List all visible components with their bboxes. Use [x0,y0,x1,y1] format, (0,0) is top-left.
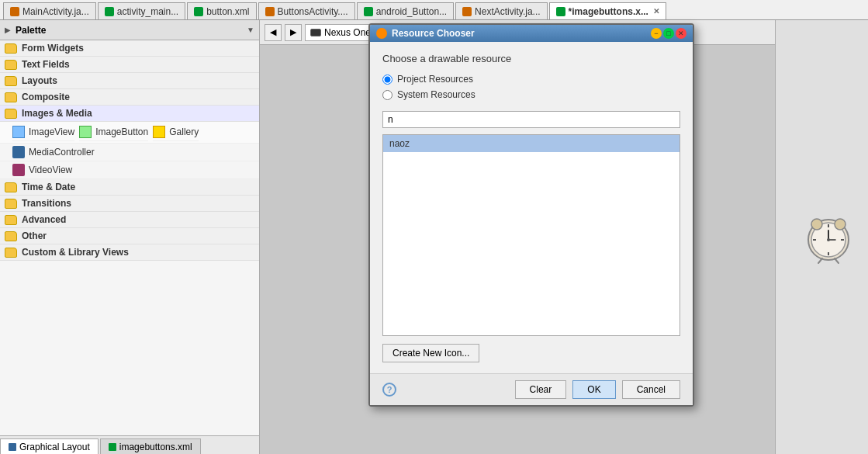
system-resources-radio[interactable] [382,90,393,100]
svg-line-12 [835,258,839,263]
dialog-body: Choose a drawable resource Project Resou… [370,42,693,373]
folder-icon-advanced [5,215,17,225]
tab-activity-main[interactable]: activity_main... [98,2,185,19]
tab-buttons-activity[interactable]: ButtonsActivity.... [258,2,355,19]
folder-icon-transitions [5,199,17,209]
bottom-tabs: Graphical Layout imagebuttons.xml [0,435,259,454]
media-items-list: MediaController VideoView [0,144,259,179]
videoview-icon [12,164,25,176]
back-button[interactable]: ◀ [265,24,282,41]
folder-icon-images-media [5,109,17,119]
svg-point-9 [811,219,822,230]
category-other[interactable]: Other [0,228,259,244]
images-media-items: ImageView ImageButton Gallery [0,122,259,144]
folder-icon-text-fields [5,60,17,70]
mediacontroller-icon [12,146,25,158]
svg-point-10 [835,219,846,230]
category-text-fields[interactable]: Text Fields [0,57,259,73]
palette-header: ▶ Palette ▼ [0,20,259,40]
side-panel [775,20,868,454]
forward-button[interactable]: ▶ [285,24,302,41]
item-videoview[interactable]: VideoView [0,161,259,179]
svg-point-8 [827,238,830,241]
category-custom-library[interactable]: Custom & Library Views [0,244,259,261]
java-file-icon3 [462,7,472,16]
category-layouts[interactable]: Layouts [0,73,259,89]
xml-file-icon [105,7,114,16]
resource-chooser-dialog[interactable]: Resource Chooser − □ ✕ Choose a drawable… [368,23,694,407]
item-gallery[interactable]: Gallery [153,123,199,141]
graphical-layout-icon [9,443,16,451]
dialog-title-text: Resource Chooser [392,28,475,39]
folder-icon-layouts [5,76,17,86]
dialog-subtitle: Choose a drawable resource [382,53,680,64]
xml-file-icon3 [364,7,373,16]
close-tab-button[interactable]: ✕ [653,7,659,16]
dialog-minimize-button[interactable]: − [651,28,662,39]
xml-file-icon2 [194,7,203,16]
project-resources-radio-row: Project Resources [382,74,680,85]
dialog-title-bar: Resource Chooser − □ ✕ [370,25,693,42]
item-imageview[interactable]: ImageView [12,123,74,141]
category-advanced[interactable]: Advanced [0,212,259,228]
help-button[interactable]: ? [382,383,396,397]
tab-imagebuttons-xml[interactable]: imagebuttons.xml [100,438,201,454]
imagebuttons-xml-icon [109,443,116,451]
folder-icon-form-widgets [5,43,17,54]
dialog-close-button[interactable]: ✕ [676,28,686,39]
dialog-icon [376,28,387,39]
item-mediacontroller[interactable]: MediaController [0,144,259,161]
java-file-icon [10,7,19,16]
cancel-button[interactable]: Cancel [622,380,680,399]
folder-icon-composite [5,92,17,102]
gallery-icon [153,126,165,138]
search-input[interactable] [382,111,680,128]
item-imagebutton[interactable]: ImageButton [79,123,148,141]
category-time-date[interactable]: Time & Date [0,179,259,196]
dialog-maximize-button[interactable]: □ [663,28,674,39]
phone-icon [310,29,321,36]
category-images-media[interactable]: Images & Media [0,106,259,122]
system-resources-label[interactable]: System Resources [397,89,475,100]
imageview-icon [12,126,25,138]
tab-main-activity[interactable]: MainActivity.ja... [3,2,96,19]
category-form-widgets[interactable]: Form Widgets [0,40,259,57]
tab-android-button[interactable]: android_Button... [357,2,454,19]
category-transitions[interactable]: Transitions [0,196,259,212]
ok-button[interactable]: OK [572,380,615,399]
tab-button-xml[interactable]: button.xml [187,2,256,19]
dialog-footer: ? Clear OK Cancel [370,373,693,405]
footer-buttons: Clear OK Cancel [515,380,680,399]
palette-menu-icon[interactable]: ▼ [247,26,254,34]
dialog-controls: − □ ✕ [651,28,686,39]
folder-icon-other [5,231,17,241]
create-new-icon-button[interactable]: Create New Icon... [382,344,479,362]
project-resources-label[interactable]: Project Resources [397,74,473,85]
palette-list: Form Widgets Text Fields Layouts Composi… [0,40,259,435]
tab-graphical-layout[interactable]: Graphical Layout [0,438,99,454]
alarm-clock-decoration [801,210,856,265]
svg-line-11 [818,258,822,263]
project-resources-radio[interactable] [382,75,393,85]
java-file-icon2 [265,7,275,16]
results-list[interactable]: naoz [382,134,680,336]
result-item-naoz[interactable]: naoz [383,135,680,152]
folder-icon-time-date [5,182,17,192]
palette-sidebar: ▶ Palette ▼ Form Widgets Text Fields Lay… [0,20,260,454]
system-resources-radio-row: System Resources [382,89,680,100]
clear-button[interactable]: Clear [515,380,567,399]
xml-file-icon4 [556,7,565,16]
folder-icon-custom-library [5,248,17,258]
category-composite[interactable]: Composite [0,89,259,106]
palette-arrow-icon: ▶ [5,26,11,34]
palette-title: Palette [16,25,46,36]
tab-next-activity[interactable]: NextActivity.ja... [455,2,547,19]
title-left: Resource Chooser [376,28,475,39]
tab-imagebuttons[interactable]: *imagebuttons.x... ✕ [549,2,666,19]
tab-bar: MainActivity.ja... activity_main... butt… [0,0,868,20]
imagebutton-icon [79,126,92,138]
